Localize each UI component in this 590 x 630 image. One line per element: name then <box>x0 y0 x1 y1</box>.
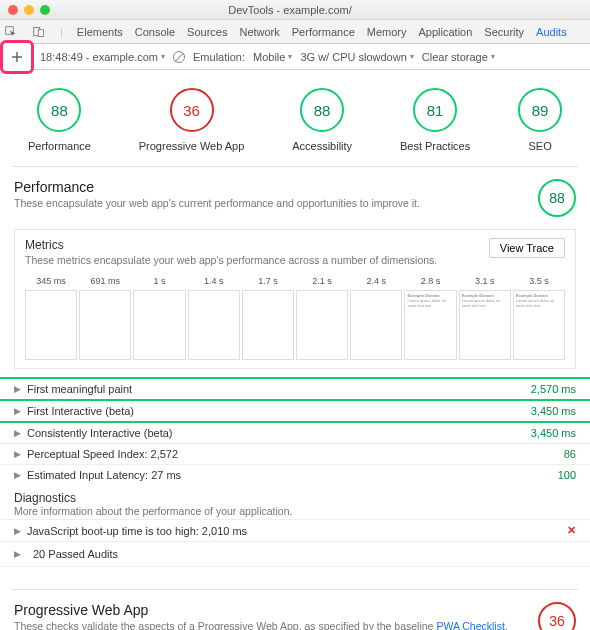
metric-label: Perceptual Speed Index: 2,572 <box>27 448 556 460</box>
audit-run-dropdown[interactable]: 18:48:49 - example.com <box>40 51 165 63</box>
tab-console[interactable]: Console <box>135 26 175 38</box>
devtools-tabbar: | ElementsConsoleSourcesNetworkPerforman… <box>0 20 590 44</box>
diagnostics-title: Diagnostics <box>14 491 576 505</box>
diagnostic-row[interactable]: ▶JavaScript boot-up time is too high: 2,… <box>0 519 590 541</box>
score-progressive-web-app[interactable]: 36Progressive Web App <box>139 88 245 152</box>
window-title: DevTools - example.com/ <box>50 4 590 16</box>
metric-row[interactable]: ▶Consistently Interactive (beta)3,450 ms <box>0 421 590 443</box>
passed-audits-toggle[interactable]: ▶ 20 Passed Audits <box>0 541 590 567</box>
filmstrip-frame: 1 s <box>133 276 185 360</box>
clear-icon[interactable] <box>173 51 185 63</box>
tab-elements[interactable]: Elements <box>77 26 123 38</box>
performance-score-ring: 88 <box>538 179 576 217</box>
storage-dropdown[interactable]: Clear storage <box>422 51 495 63</box>
filmstrip-frame: 2.1 s <box>296 276 348 360</box>
metric-row[interactable]: ▶First Interactive (beta)3,450 ms <box>0 399 590 421</box>
pwa-section: Progressive Web App These checks validat… <box>0 594 590 630</box>
metric-value: 3,450 ms <box>531 427 576 439</box>
metric-value: 2,570 ms <box>531 383 576 395</box>
expand-icon: ▶ <box>14 549 21 559</box>
score-seo[interactable]: 89SEO <box>518 88 562 152</box>
metrics-card: Metrics These metrics encapsulate your w… <box>14 229 576 369</box>
score-performance[interactable]: 88Performance <box>28 88 91 152</box>
svg-rect-2 <box>38 29 43 36</box>
pwa-score-ring: 36 <box>538 602 576 630</box>
category-scores: 88Performance36Progressive Web App88Acce… <box>0 70 590 162</box>
metric-row[interactable]: ▶First meaningful paint2,570 ms <box>0 377 590 399</box>
divider <box>12 166 578 167</box>
filmstrip-timeline: 345 ms691 ms1 s1.4 s1.7 s2.1 s2.4 s2.8 s… <box>25 276 565 360</box>
metric-value: 86 <box>564 448 576 460</box>
tab-audits[interactable]: Audits <box>536 26 567 38</box>
performance-title: Performance <box>14 179 528 195</box>
diagnostics-desc: More information about the performance o… <box>14 505 576 517</box>
score-ring: 81 <box>413 88 457 132</box>
close-window-button[interactable] <box>8 5 18 15</box>
score-ring: 89 <box>518 88 562 132</box>
divider <box>12 589 578 590</box>
performance-section: Performance These encapsulate your web a… <box>0 171 590 221</box>
score-label: Performance <box>28 140 91 152</box>
network-dropdown[interactable]: 3G w/ CPU slowdown <box>300 51 413 63</box>
metric-row[interactable]: ▶Estimated Input Latency: 27 ms100 <box>0 464 590 485</box>
score-accessibility[interactable]: 88Accessibility <box>292 88 352 152</box>
minimize-window-button[interactable] <box>24 5 34 15</box>
expand-icon: ▶ <box>14 384 21 394</box>
emulation-label: Emulation: <box>193 51 245 63</box>
device-toggle-icon[interactable] <box>32 25 46 39</box>
metric-label: First Interactive (beta) <box>27 405 523 417</box>
filmstrip-frame: 691 ms <box>79 276 131 360</box>
expand-icon: ▶ <box>14 406 21 416</box>
metric-value: 100 <box>558 469 576 481</box>
performance-desc: These encapsulate your web app's current… <box>14 197 528 209</box>
score-ring: 36 <box>170 88 214 132</box>
tab-memory[interactable]: Memory <box>367 26 407 38</box>
diagnostic-label: JavaScript boot-up time is too high: 2,0… <box>27 525 559 537</box>
metric-label: Consistently Interactive (beta) <box>27 427 523 439</box>
tab-sources[interactable]: Sources <box>187 26 227 38</box>
traffic-lights <box>0 5 50 15</box>
device-dropdown[interactable]: Mobile <box>253 51 292 63</box>
score-label: Accessibility <box>292 140 352 152</box>
filmstrip-frame: 3.1 sExample DomainLorem ipsum dolor sit… <box>459 276 511 360</box>
pwa-desc-pre: These checks validate the aspects of a P… <box>14 620 436 630</box>
score-ring: 88 <box>37 88 81 132</box>
expand-icon: ▶ <box>14 449 21 459</box>
metric-label: Estimated Input Latency: 27 ms <box>27 469 550 481</box>
tab-network[interactable]: Network <box>239 26 279 38</box>
filmstrip-frame: 2.4 s <box>350 276 402 360</box>
passed-audits-label: 20 Passed Audits <box>33 548 118 560</box>
tabbar-divider: | <box>60 26 63 38</box>
score-label: Progressive Web App <box>139 140 245 152</box>
fail-icon: ✕ <box>567 524 576 537</box>
new-audit-button[interactable] <box>0 40 34 74</box>
pwa-desc: These checks validate the aspects of a P… <box>14 620 528 630</box>
score-best-practices[interactable]: 81Best Practices <box>400 88 470 152</box>
filmstrip-frame: 345 ms <box>25 276 77 360</box>
metric-label: First meaningful paint <box>27 383 523 395</box>
pwa-checklist-link[interactable]: PWA Checklist <box>436 620 504 630</box>
score-ring: 88 <box>300 88 344 132</box>
metric-row[interactable]: ▶Perceptual Speed Index: 2,57286 <box>0 443 590 464</box>
expand-icon: ▶ <box>14 470 21 480</box>
metrics-desc: These metrics encapsulate your web app's… <box>25 254 489 266</box>
zoom-window-button[interactable] <box>40 5 50 15</box>
tab-performance[interactable]: Performance <box>292 26 355 38</box>
inspect-icon[interactable] <box>4 25 18 39</box>
filmstrip-frame: 1.4 s <box>188 276 240 360</box>
metric-value: 3,450 ms <box>531 405 576 417</box>
filmstrip-frame: 1.7 s <box>242 276 294 360</box>
tab-application[interactable]: Application <box>419 26 473 38</box>
diagnostics-section: Diagnostics More information about the p… <box>0 485 590 519</box>
expand-icon: ▶ <box>14 526 21 536</box>
pwa-desc-post: . <box>505 620 508 630</box>
score-label: SEO <box>528 140 551 152</box>
audits-toolbar: 18:48:49 - example.com Emulation: Mobile… <box>0 44 590 70</box>
metrics-title: Metrics <box>25 238 489 252</box>
view-trace-button[interactable]: View Trace <box>489 238 565 258</box>
pwa-title: Progressive Web App <box>14 602 528 618</box>
filmstrip-frame: 2.8 sExample DomainLorem ipsum dolor sit… <box>404 276 456 360</box>
expand-icon: ▶ <box>14 428 21 438</box>
tab-security[interactable]: Security <box>484 26 524 38</box>
filmstrip-frame: 3.5 sExample DomainLorem ipsum dolor sit… <box>513 276 565 360</box>
